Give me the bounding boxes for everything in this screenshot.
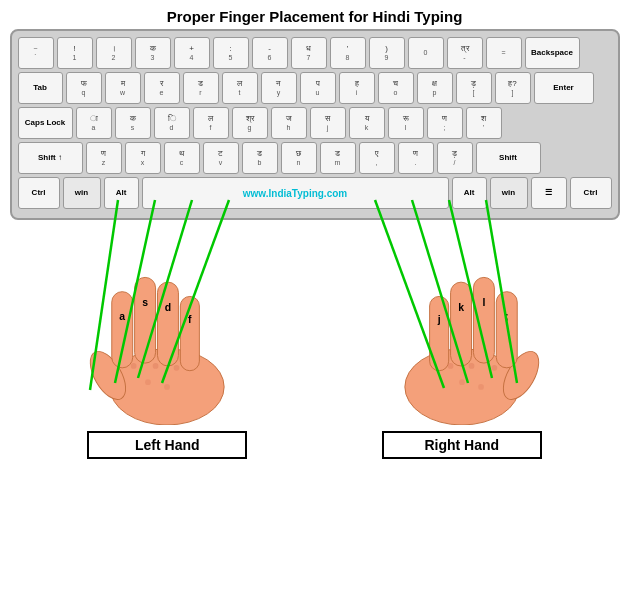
key-period: ण. [398, 142, 434, 174]
key-z: णz [86, 142, 122, 174]
key-semicolon: ण; [427, 107, 463, 139]
svg-rect-5 [181, 296, 200, 370]
left-finger-s-label: s [142, 297, 148, 308]
left-hand-section: a s d f Left Hand [77, 225, 257, 459]
key-row-ctrl: Ctrl win Alt www.IndiaTyping.com Alt win… [18, 177, 612, 209]
key-l: रूl [388, 107, 424, 139]
key-s: कs [115, 107, 151, 139]
svg-point-17 [447, 363, 453, 369]
key-row-tab: Tab फq मw रe डr लt नy पu हi चo क्षp ड़[ … [18, 72, 612, 104]
key-x: गx [125, 142, 161, 174]
key-bracket-l: ड़[ [456, 72, 492, 104]
key-f: लf [193, 107, 229, 139]
key-enter: Enter [534, 72, 594, 104]
key-q: फq [66, 72, 102, 104]
key-shift-right: Shift [476, 142, 541, 174]
key-minus: त्र- [447, 37, 483, 69]
key-r: डr [183, 72, 219, 104]
key-ctrl-left: Ctrl [18, 177, 60, 209]
svg-rect-13 [429, 296, 448, 370]
key-row-numbers: ~` !1 ।2 क3 +4 :5 -6 ध7 '8 )9 0 त्र- = B… [18, 37, 612, 69]
right-finger-j-label: j [436, 314, 440, 325]
key-3: क3 [135, 37, 171, 69]
key-caps-lock: Caps Lock [18, 107, 73, 139]
key-h: जh [271, 107, 307, 139]
key-t: लt [222, 72, 258, 104]
key-menu: ☰ [531, 177, 567, 209]
key-8: '8 [330, 37, 366, 69]
key-backspace: Backspace [525, 37, 580, 69]
svg-rect-2 [112, 292, 133, 368]
left-hand-label: Left Hand [87, 431, 247, 459]
website-watermark: www.IndiaTyping.com [243, 188, 347, 199]
key-0: 0 [408, 37, 444, 69]
key-1: !1 [57, 37, 93, 69]
svg-rect-3 [135, 277, 156, 363]
key-n: छn [281, 142, 317, 174]
right-hand-label: Right Hand [382, 431, 542, 459]
key-v: टv [203, 142, 239, 174]
key-quote: श' [466, 107, 502, 139]
key-j: सj [310, 107, 346, 139]
key-p: क्षp [417, 72, 453, 104]
key-e: रe [144, 72, 180, 104]
left-finger-d-label: d [165, 302, 171, 313]
svg-point-18 [468, 363, 474, 369]
key-slash: ड़/ [437, 142, 473, 174]
key-c: थc [164, 142, 200, 174]
keyboard: ~` !1 ।2 क3 +4 :5 -6 ध7 '8 )9 0 त्र- = B… [10, 29, 620, 220]
key-w: मw [105, 72, 141, 104]
right-finger-semi-label: ; [505, 311, 509, 322]
key-backtick: ~` [18, 37, 54, 69]
key-m: डm [320, 142, 356, 174]
svg-rect-14 [450, 282, 471, 366]
key-i: हi [339, 72, 375, 104]
svg-rect-16 [496, 292, 517, 368]
svg-point-8 [174, 365, 180, 371]
svg-rect-15 [473, 277, 494, 363]
key-ctrl-right: Ctrl [570, 177, 612, 209]
key-7: ध7 [291, 37, 327, 69]
key-2: ।2 [96, 37, 132, 69]
key-o: चo [378, 72, 414, 104]
key-space: www.IndiaTyping.com [142, 177, 449, 209]
right-finger-k-label: k [458, 302, 464, 313]
key-shift-left: Shift ↑ [18, 142, 83, 174]
key-bracket-r: ह?] [495, 72, 531, 104]
key-9: )9 [369, 37, 405, 69]
svg-point-6 [131, 363, 137, 369]
key-alt-right: Alt [452, 177, 487, 209]
key-alt-left: Alt [104, 177, 139, 209]
key-a: ाa [76, 107, 112, 139]
left-hand-image: a s d f [77, 225, 257, 425]
svg-point-19 [491, 365, 497, 371]
key-row-caps: Caps Lock ाa कs िd लf श्रg जh सj यk रूl … [18, 107, 612, 139]
page-title: Proper Finger Placement for Hindi Typing [0, 0, 629, 29]
svg-point-20 [459, 379, 465, 385]
key-6: -6 [252, 37, 288, 69]
svg-rect-4 [158, 282, 179, 366]
key-g: श्रg [232, 107, 268, 139]
svg-point-10 [164, 384, 170, 390]
key-d: िd [154, 107, 190, 139]
left-finger-f-label: f [188, 314, 192, 325]
key-win-right: win [490, 177, 528, 209]
key-win-left: win [63, 177, 101, 209]
right-finger-l-label: l [482, 297, 485, 308]
key-u: पu [300, 72, 336, 104]
key-5: :5 [213, 37, 249, 69]
key-tab: Tab [18, 72, 63, 104]
key-y: नy [261, 72, 297, 104]
key-k: यk [349, 107, 385, 139]
svg-point-21 [478, 384, 484, 390]
svg-point-9 [145, 379, 151, 385]
key-4: +4 [174, 37, 210, 69]
left-finger-a-label: a [120, 311, 126, 322]
svg-point-7 [153, 363, 159, 369]
key-comma: ए, [359, 142, 395, 174]
key-equals: = [486, 37, 522, 69]
right-hand-image: j k l ; [372, 225, 552, 425]
key-row-shift: Shift ↑ णz गx थc टv डb छn डm ए, ण. ड़/ S… [18, 142, 612, 174]
hands-area: a s d f Left Hand [0, 225, 629, 459]
right-hand-section: j k l ; Right Hand [372, 225, 552, 459]
